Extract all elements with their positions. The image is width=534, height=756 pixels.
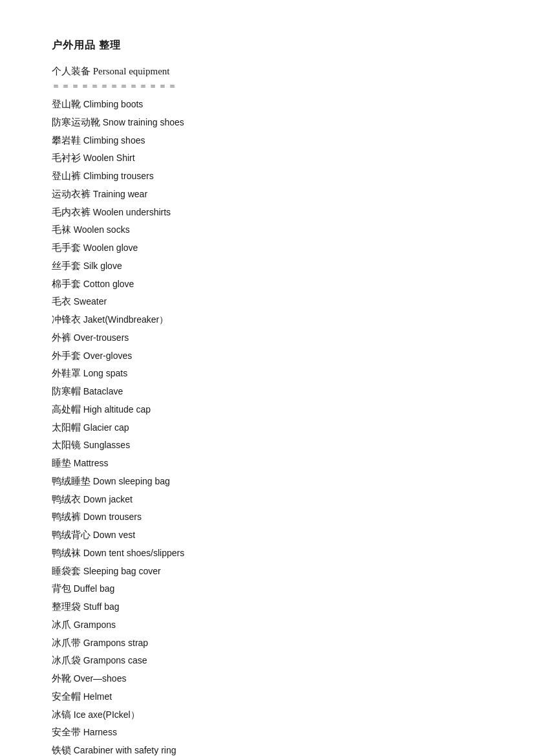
list-item: 太阳帽 Glacier cap <box>52 419 482 437</box>
list-item: 棉手套 Cotton glove <box>52 275 482 294</box>
list-item: 冰镐 Ice axe(PIckel） <box>52 706 482 724</box>
list-item: 睡垫 Mattress <box>52 455 482 473</box>
list-item: 丝手套 Silk glove <box>52 257 482 275</box>
item-en: Over—shoes <box>74 673 127 684</box>
item-en: Training wear <box>93 189 147 199</box>
item-zh: 冰镐 <box>52 709 71 720</box>
item-en: Ice axe(PIckel） <box>74 709 140 720</box>
item-en: Grampons case <box>83 655 147 665</box>
item-zh: 铁锁 <box>52 745 71 755</box>
item-zh: 高处帽 <box>52 404 81 415</box>
list-item: 背包 Duffel bag <box>52 580 482 598</box>
item-en: Snow training shoes <box>103 117 184 127</box>
item-zh: 丝手套 <box>52 261 81 271</box>
list-item: 鸭绒裤 Down trousers <box>52 508 482 526</box>
item-zh: 毛内衣裤 <box>52 207 91 217</box>
item-en: Down jacket <box>83 494 133 504</box>
list-item: 外鞋罩 Long spats <box>52 365 482 383</box>
list-item: 外手套 Over-gloves <box>52 347 482 365</box>
divider: ＝＝＝＝＝＝＝＝＝＝＝＝＝ <box>52 80 482 92</box>
item-zh: 冰爪 <box>52 620 71 630</box>
item-zh: 冲锋衣 <box>52 314 81 325</box>
item-en: Glacier cap <box>83 422 129 433</box>
list-item: 高处帽 High altitude cap <box>52 401 482 419</box>
item-en: Duffel bag <box>74 583 115 594</box>
list-item: 冰爪袋 Grampons case <box>52 652 482 670</box>
item-en: Grampons strap <box>83 638 148 648</box>
item-zh: 防寒运动靴 <box>52 117 100 127</box>
item-en: Stuff bag <box>83 601 120 612</box>
items-list: 登山靴 Climbing boots防寒运动靴 Snow training sh… <box>52 96 482 756</box>
item-zh: 攀岩鞋 <box>52 135 81 146</box>
list-item: 鸭绒睡垫 Down sleeping bag <box>52 473 482 491</box>
item-zh: 鸭绒睡垫 <box>52 476 91 486</box>
item-zh: 睡垫 <box>52 458 71 468</box>
item-en: Sweater <box>74 296 107 307</box>
item-en: Woolen undershirts <box>93 207 171 217</box>
item-en: Woolen Shirt <box>83 153 135 163</box>
item-zh: 鸭绒背心 <box>52 530 91 540</box>
item-zh: 太阳镜 <box>52 440 81 450</box>
list-item: 鸭绒衣 Down jacket <box>52 491 482 509</box>
list-item: 防寒运动靴 Snow training shoes <box>52 114 482 132</box>
item-en: Jaket(Windbreaker） <box>83 314 169 325</box>
item-en: Mattress <box>74 458 109 468</box>
item-en: High altitude cap <box>83 404 151 415</box>
item-zh: 外靴 <box>52 673 71 684</box>
item-en: Bataclave <box>83 386 123 396</box>
list-item: 整理袋 Stuff bag <box>52 598 482 616</box>
item-en: Harness <box>83 727 117 737</box>
item-zh: 登山裤 <box>52 171 81 181</box>
item-en: Woolen glove <box>83 243 138 253</box>
item-en: Helmet <box>83 691 112 702</box>
list-item: 安全带 Harness <box>52 724 482 742</box>
item-en: Sleeping bag cover <box>83 566 161 576</box>
item-zh: 冰爪袋 <box>52 655 81 665</box>
list-item: 睡袋套 Sleeping bag cover <box>52 563 482 581</box>
item-en: Woolen socks <box>74 224 130 235</box>
item-en: Climbing shoes <box>83 135 145 146</box>
list-item: 登山靴 Climbing boots <box>52 96 482 114</box>
list-item: 铁锁 Carabiner with safety ring <box>52 742 482 756</box>
item-en: Cotton glove <box>83 279 134 289</box>
section-header: 个人装备 Personal equipment <box>52 65 482 78</box>
item-zh: 安全带 <box>52 727 81 737</box>
item-zh: 外鞋罩 <box>52 368 81 378</box>
item-en: Down tent shoes/slippers <box>83 548 184 558</box>
list-item: 冰爪带 Grampons strap <box>52 634 482 653</box>
page-title: 户外用品 整理 <box>52 39 482 52</box>
list-item: 毛手套 Woolen glove <box>52 239 482 257</box>
item-zh: 登山靴 <box>52 99 81 109</box>
list-item: 攀岩鞋 Climbing shoes <box>52 132 482 150</box>
item-zh: 毛衣 <box>52 296 71 307</box>
item-zh: 毛手套 <box>52 243 81 253</box>
item-zh: 外裤 <box>52 332 71 343</box>
item-zh: 安全帽 <box>52 691 81 702</box>
item-zh: 鸭绒裤 <box>52 512 81 522</box>
item-en: Over-trousers <box>74 332 129 343</box>
item-zh: 毛袜 <box>52 224 71 235</box>
item-en: Grampons <box>74 620 116 630</box>
item-en: Silk glove <box>83 261 122 271</box>
item-zh: 外手套 <box>52 351 81 361</box>
list-item: 安全帽 Helmet <box>52 688 482 706</box>
list-item: 鸭绒背心 Down vest <box>52 526 482 545</box>
item-zh: 整理袋 <box>52 601 81 612</box>
item-zh: 棉手套 <box>52 279 81 289</box>
list-item: 运动衣裤 Training wear <box>52 186 482 204</box>
item-en: Down vest <box>93 530 135 540</box>
item-en: Over-gloves <box>83 351 132 361</box>
item-en: Sunglasses <box>83 440 130 450</box>
list-item: 外裤 Over-trousers <box>52 329 482 347</box>
list-item: 毛衣 Sweater <box>52 293 482 311</box>
item-zh: 毛衬衫 <box>52 153 81 163</box>
list-item: 鸭绒袜 Down tent shoes/slippers <box>52 545 482 563</box>
item-zh: 太阳帽 <box>52 422 81 433</box>
list-item: 登山裤 Climbing trousers <box>52 167 482 186</box>
item-en: Down trousers <box>83 512 142 522</box>
list-item: 防寒帽 Bataclave <box>52 383 482 401</box>
item-zh: 背包 <box>52 583 71 594</box>
list-item: 毛内衣裤 Woolen undershirts <box>52 204 482 222</box>
item-zh: 运动衣裤 <box>52 189 91 199</box>
item-en: Down sleeping bag <box>93 476 170 486</box>
